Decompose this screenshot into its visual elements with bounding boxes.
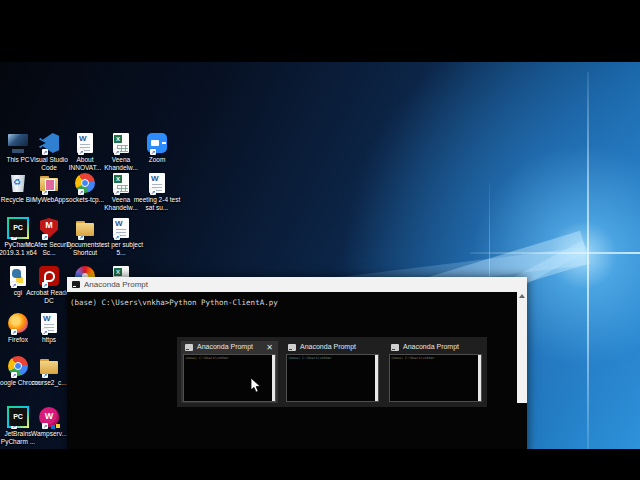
- desktop-icon-google-chrome[interactable]: ↗Google Chrome: [1, 355, 35, 401]
- taskbar-preview-flyout: Anaconda Prompt✕(base) C:\Users\vnkha>An…: [177, 337, 487, 407]
- desktop-icon-recycle-bin[interactable]: Recycle Bin: [1, 172, 35, 218]
- thumbnail-scrollbar: [272, 355, 275, 401]
- letterbox-top: [0, 0, 640, 62]
- preview-thumbnail[interactable]: (base) C:\Users\vnkha>: [389, 354, 482, 402]
- taskbar-preview-card[interactable]: Anaconda Prompt(base) C:\Users\vnkha>: [284, 341, 381, 403]
- taskbar-preview-card[interactable]: Anaconda Prompt(base) C:\Users\vnkha>: [387, 341, 484, 403]
- preview-thumbnail[interactable]: (base) C:\Users\vnkha>: [183, 354, 276, 402]
- thumbnail-scrollbar: [375, 355, 378, 401]
- shortcut-arrow-icon: ↗: [42, 282, 48, 288]
- desktop-icon-acrobat-reader-dc[interactable]: ↗Acrobat Reader DC: [32, 265, 66, 311]
- shortcut-arrow-icon: ↗: [11, 282, 17, 288]
- desktop-icon-mywebapp[interactable]: ↗MyWebApp: [32, 172, 66, 218]
- shortcut-arrow-icon: ↗: [114, 189, 120, 195]
- excel-doc-icon: ↗: [110, 132, 132, 154]
- window-title: Anaconda Prompt: [84, 280, 148, 289]
- shortcut-arrow-icon: ↗: [42, 234, 48, 240]
- acrobat-icon: ↗: [38, 265, 60, 287]
- wallpaper-window-pane-edge: [470, 252, 640, 254]
- shortcut-arrow-icon: ↗: [114, 149, 120, 155]
- desktop-icon-wampserv[interactable]: ↗Wampserv...: [32, 406, 66, 450]
- vscode-icon: ↗: [38, 132, 60, 154]
- desktop-icon-veena-khandelw[interactable]: ↗Veena Khandelw...: [104, 172, 138, 218]
- shortcut-arrow-icon: ↗: [42, 423, 48, 429]
- desktop-icon-label: test per subject 5...: [97, 241, 145, 256]
- preview-thumbnail[interactable]: (base) C:\Users\vnkha>: [286, 354, 379, 402]
- icon-detail: [56, 424, 60, 428]
- shortcut-arrow-icon: ↗: [114, 234, 120, 240]
- mcafee-icon: ↗: [38, 217, 60, 239]
- zoom-icon: ↗: [146, 132, 168, 154]
- console-icon: [391, 344, 399, 351]
- firefox-icon: ↗: [7, 312, 29, 334]
- desktop-icon-label: course2_c...: [25, 379, 73, 387]
- console-prompt-line: (base) C:\Users\vnkha>Python Python-Clie…: [70, 298, 278, 307]
- pycharm-icon: ↗: [7, 217, 29, 239]
- screen: { "screen": {"letterbox_color": "#000000…: [0, 0, 640, 480]
- desktop-icon-meeting-2-4-test-sat-su[interactable]: ↗meeting 2-4 test sat su...: [140, 172, 174, 218]
- shortcut-arrow-icon: ↗: [150, 189, 156, 195]
- thumbnail-prompt-text: (base) C:\Users\vnkha>: [288, 356, 332, 360]
- excel-doc-icon: ↗: [110, 172, 132, 194]
- preview-title-row: Anaconda Prompt: [287, 342, 378, 353]
- preview-close-button[interactable]: ✕: [264, 342, 275, 353]
- python-icon: ↗: [7, 265, 29, 287]
- preview-title-row: Anaconda Prompt✕: [184, 342, 275, 353]
- desktop-icon-pycharm-2019-3-1-x64[interactable]: ↗PyCharm 2019.3.1 x64: [1, 217, 35, 263]
- desktop-icon-label: https: [25, 336, 73, 344]
- thumbnail-prompt-text: (base) C:\Users\vnkha>: [391, 356, 435, 360]
- preview-title: Anaconda Prompt: [403, 343, 459, 350]
- shortcut-arrow-icon: ↗: [78, 149, 84, 155]
- taskbar-preview-card[interactable]: Anaconda Prompt✕(base) C:\Users\vnkha>: [181, 341, 278, 403]
- chrome-icon: ↗: [74, 172, 96, 194]
- desktop-icon-mcafee-security-sc[interactable]: ↗McAfee Security Sc...: [32, 217, 66, 263]
- shortcut-arrow-icon: ↗: [150, 149, 156, 155]
- thumbnail-prompt-text: (base) C:\Users\vnkha>: [185, 356, 229, 360]
- scrollbar-up-arrow-icon[interactable]: [519, 294, 525, 298]
- word-doc-icon: ↗: [74, 132, 96, 154]
- desktop-icon-cgi[interactable]: ↗cgi: [1, 265, 35, 311]
- wampserver-icon: ↗: [38, 406, 60, 428]
- wallpaper-window-pane-edge: [587, 72, 589, 450]
- desktop-icon-documents-shortcut[interactable]: ↗Documents - Shortcut: [68, 217, 102, 263]
- word-doc-icon: ↗: [38, 312, 60, 334]
- shortcut-arrow-icon: ↗: [42, 149, 48, 155]
- shortcut-arrow-icon: ↗: [78, 189, 84, 195]
- pycharm-icon: ↗: [7, 406, 29, 428]
- shortcut-arrow-icon: ↗: [11, 329, 17, 335]
- preview-title: Anaconda Prompt: [197, 343, 253, 350]
- folder-photo-icon: ↗: [38, 172, 60, 194]
- shortcut-arrow-icon: ↗: [78, 234, 84, 240]
- preview-title-row: Anaconda Prompt: [390, 342, 481, 353]
- shortcut-arrow-icon: ↗: [11, 372, 17, 378]
- console-scrollbar[interactable]: [517, 292, 527, 403]
- shortcut-arrow-icon: ↗: [11, 234, 17, 240]
- folder-icon: ↗: [38, 355, 60, 377]
- desktop-icon-firefox[interactable]: ↗Firefox: [1, 312, 35, 358]
- preview-title: Anaconda Prompt: [300, 343, 356, 350]
- desktop-icon-test-per-subject-5[interactable]: ↗test per subject 5...: [104, 217, 138, 263]
- console-icon: [288, 344, 296, 351]
- desktop-icon-label: Zoom: [133, 156, 181, 164]
- desktop-icon-label: Wampserv...: [25, 430, 73, 438]
- console-icon: [185, 344, 193, 351]
- shortcut-arrow-icon: ↗: [42, 329, 48, 335]
- this-pc-icon: [7, 132, 29, 154]
- folder-icon: ↗: [74, 217, 96, 239]
- desktop-icon-https[interactable]: ↗https: [32, 312, 66, 358]
- desktop-icon-jetbrains-pycharm[interactable]: ↗JetBrains PyCharm ...: [1, 406, 35, 450]
- desktop-icon-course2-c[interactable]: ↗course2_c...: [32, 355, 66, 401]
- shortcut-arrow-icon: ↗: [42, 372, 48, 378]
- icon-detail: [45, 179, 55, 191]
- mouse-cursor: [250, 377, 262, 394]
- thumbnail-scrollbar: [478, 355, 481, 401]
- console-icon: [72, 281, 80, 288]
- word-doc-icon: ↗: [146, 172, 168, 194]
- shortcut-arrow-icon: ↗: [11, 423, 17, 429]
- window-titlebar[interactable]: Anaconda Prompt: [67, 277, 527, 293]
- letterbox-bottom: [0, 449, 640, 480]
- desktop-icon-label: meeting 2-4 test sat su...: [133, 196, 181, 211]
- chrome-icon: ↗: [7, 355, 29, 377]
- desktop-icon-sockets-tcp[interactable]: ↗sockets-tcp...: [68, 172, 102, 218]
- word-doc-icon: ↗: [110, 217, 132, 239]
